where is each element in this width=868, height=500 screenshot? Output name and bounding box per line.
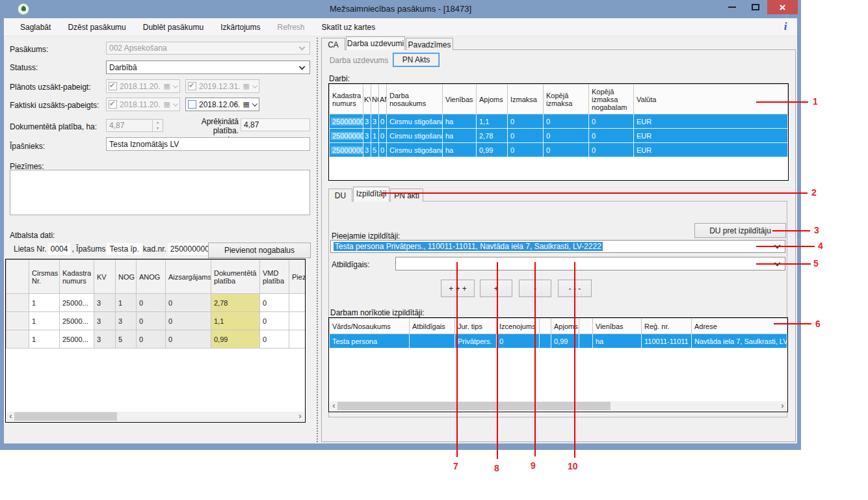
- column-header[interactable]: Vārds/Nosaukums: [330, 319, 410, 334]
- table-cell[interactable]: 0: [544, 143, 589, 157]
- nogabali-hscrollbar[interactable]: [7, 412, 304, 421]
- atbildigais-combobox[interactable]: [395, 257, 785, 270]
- column-header[interactable]: Piez: [289, 260, 306, 294]
- table-cell[interactable]: 0: [589, 129, 634, 143]
- tab-izpilditaji[interactable]: Izpildītāji: [353, 187, 389, 202]
- column-header[interactable]: Izcenojums: [497, 319, 540, 334]
- piezimes-textarea[interactable]: [10, 170, 310, 215]
- table-cell[interactable]: 2,78: [211, 294, 260, 312]
- column-header[interactable]: Valūta: [634, 85, 788, 114]
- table-cell[interactable]: 25000...: [60, 330, 94, 349]
- planots-from-datepicker[interactable]: 2018.11.20.: [106, 79, 180, 93]
- spin-down-icon[interactable]: [153, 125, 163, 131]
- spinner-arrows[interactable]: [152, 120, 163, 131]
- column-header[interactable]: [7, 260, 29, 294]
- faktiski-to-datepicker[interactable]: 2018.12.06.: [185, 98, 259, 111]
- table-cell[interactable]: Navtāda iela 7, Saulkrasti, LV: [692, 334, 787, 349]
- tab-du[interactable]: DU: [328, 189, 352, 202]
- table-cell[interactable]: 250000000: [330, 143, 363, 157]
- table-cell[interactable]: 0,99: [477, 143, 508, 157]
- chevron-down-icon[interactable]: [252, 101, 257, 106]
- pievienot-nogabalus-button[interactable]: Pievienot nogabalus: [208, 243, 311, 258]
- table-row[interactable]: 250000000330Cirsmu stigošanaha1,1000EUR: [330, 114, 788, 129]
- add-all-button[interactable]: + + +: [441, 280, 475, 297]
- table-cell[interactable]: 3: [94, 330, 116, 349]
- table-row[interactable]: 125000...31002,780: [7, 294, 306, 312]
- table-cell[interactable]: 0: [508, 129, 544, 143]
- table-cell[interactable]: 0,99: [211, 330, 260, 349]
- table-cell[interactable]: 2,78: [477, 129, 508, 143]
- menu-skatit-uz-kartes[interactable]: Skatīt uz kartes: [313, 20, 384, 35]
- column-header[interactable]: Cirsmas Nr.: [29, 260, 60, 294]
- column-header[interactable]: Vienības: [443, 85, 477, 114]
- panel-splitter[interactable]: [317, 38, 318, 442]
- table-cell[interactable]: [7, 330, 29, 349]
- table-cell[interactable]: 3: [94, 294, 116, 312]
- column-header[interactable]: Kadastra numurs: [330, 85, 363, 114]
- table-cell[interactable]: Testa persona: [330, 334, 410, 349]
- table-cell[interactable]: 0: [379, 114, 387, 129]
- table-cell[interactable]: 0: [260, 312, 289, 330]
- table-cell[interactable]: [540, 334, 551, 349]
- column-header[interactable]: Atbildīgais: [410, 319, 455, 334]
- checked-checkbox-icon[interactable]: [188, 82, 196, 90]
- table-cell[interactable]: 1: [116, 294, 137, 312]
- column-header[interactable]: Adrese: [692, 319, 787, 334]
- menu-dublet-pasakumu[interactable]: Dublēt pasākumu: [135, 20, 212, 35]
- table-cell[interactable]: 3: [363, 129, 371, 143]
- table-cell[interactable]: 3: [94, 312, 116, 330]
- column-header[interactable]: [540, 319, 551, 334]
- checked-checkbox-icon[interactable]: [109, 100, 117, 109]
- table-cell[interactable]: 0: [544, 114, 589, 129]
- tab-pn-akti[interactable]: PN akti: [390, 189, 423, 202]
- table-cell[interactable]: 0: [137, 294, 166, 312]
- norikotie-hscrollbar[interactable]: [330, 401, 787, 411]
- unchecked-checkbox-icon[interactable]: [188, 100, 196, 109]
- column-header[interactable]: Kopējā izmaksa: [544, 85, 589, 114]
- table-cell[interactable]: [289, 294, 306, 312]
- darba-uzdevums-button[interactable]: Darba uzdevums: [328, 53, 389, 67]
- table-row[interactable]: 250000000350Cirsmu stigošanaha0,99000EUR: [330, 143, 788, 157]
- column-header[interactable]: KV: [94, 260, 116, 294]
- column-header[interactable]: Apjoms: [477, 85, 508, 114]
- pieejamie-combobox[interactable]: Testa persona Privātpers., 110011-11011,…: [330, 240, 785, 253]
- table-cell[interactable]: 1: [29, 330, 60, 349]
- scrollbar-thumb[interactable]: [14, 412, 117, 421]
- add-button[interactable]: +: [480, 280, 512, 297]
- chevron-down-icon[interactable]: [173, 83, 178, 88]
- table-cell[interactable]: 3: [363, 114, 371, 129]
- chevron-down-icon[interactable]: [252, 83, 257, 88]
- table-cell[interactable]: Privātpers.: [455, 334, 497, 349]
- table-cell[interactable]: 0: [137, 330, 166, 349]
- dokumenteta-spinner[interactable]: 4,87: [106, 119, 163, 132]
- column-header[interactable]: Dokumentētā platība: [211, 260, 260, 294]
- column-header[interactable]: Kopējā izmaksa nogabalam: [589, 85, 634, 114]
- table-cell[interactable]: 25000...: [60, 312, 94, 330]
- column-header[interactable]: Izmaksa: [508, 85, 544, 114]
- tab-darba-uzdevumi[interactable]: Darba uzdevumi: [346, 36, 405, 50]
- table-cell[interactable]: [289, 330, 306, 349]
- table-cell[interactable]: 0: [137, 312, 166, 330]
- table-row[interactable]: 125000...35000,990: [7, 330, 306, 349]
- table-cell[interactable]: 1: [29, 312, 60, 330]
- table-cell[interactable]: ha: [443, 143, 477, 157]
- faktiski-from-datepicker[interactable]: 2018.11.20.: [106, 98, 180, 111]
- table-row[interactable]: Testa personaPrivātpers.00,99ha110011-11…: [330, 334, 787, 349]
- table-cell[interactable]: 0: [166, 330, 211, 349]
- column-header[interactable]: [579, 319, 593, 334]
- table-cell[interactable]: 1,1: [211, 312, 260, 330]
- pasakums-combobox[interactable]: 002 Apsekošana: [106, 42, 310, 55]
- table-cell[interactable]: Cirsmu stigošana: [387, 114, 443, 129]
- table-cell[interactable]: [289, 312, 306, 330]
- table-cell[interactable]: ha: [443, 129, 477, 143]
- column-header[interactable]: Vienības: [593, 319, 642, 334]
- scrollbar-thumb[interactable]: [337, 402, 611, 410]
- tab-pavadzimes[interactable]: Pavadzīmes: [406, 38, 453, 50]
- table-cell[interactable]: [7, 294, 29, 312]
- table-cell[interactable]: EUR: [634, 129, 788, 143]
- scroll-right-icon[interactable]: [778, 401, 787, 411]
- menu-saglabat[interactable]: Saglabāt: [12, 20, 59, 35]
- table-cell[interactable]: 0: [544, 129, 589, 143]
- column-header[interactable]: AN: [379, 85, 387, 114]
- column-header[interactable]: ANOG: [137, 260, 166, 294]
